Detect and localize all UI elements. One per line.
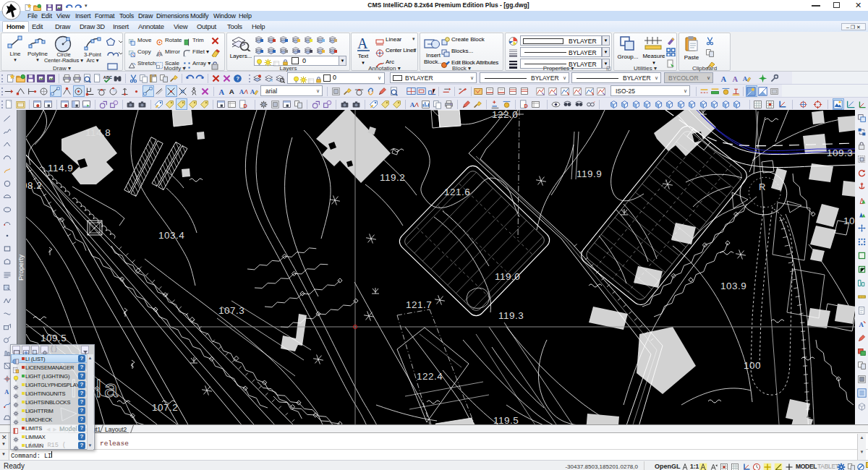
svg-text:A: A: [229, 87, 234, 95]
svg-text:119.5: 119.5: [493, 415, 519, 424]
svg-text:107.3: 107.3: [218, 305, 244, 316]
svg-text:109.5: 109.5: [41, 333, 67, 343]
svg-text:114.9: 114.9: [48, 163, 73, 174]
svg-text:A: A: [250, 88, 255, 95]
svg-text:119.2: 119.2: [380, 172, 405, 183]
svg-text:121.7: 121.7: [406, 299, 432, 310]
svg-text:122.0: 122.0: [492, 110, 518, 120]
svg-text:A: A: [859, 321, 864, 328]
svg-text:A: A: [218, 88, 224, 96]
svg-text:A: A: [357, 35, 368, 51]
svg-text:ABC: ABC: [103, 75, 112, 80]
svg-text:A: A: [410, 101, 415, 108]
svg-text:Property: Property: [17, 255, 25, 281]
svg-text:D: D: [244, 103, 247, 109]
svg-text:A: A: [4, 389, 9, 396]
svg-text:A: A: [732, 75, 738, 83]
svg-text:D: D: [524, 103, 528, 109]
svg-text:107.2: 107.2: [152, 402, 178, 413]
svg-text:121.6: 121.6: [444, 187, 470, 197]
svg-text:103.9: 103.9: [720, 281, 746, 291]
svg-text:10: 10: [843, 215, 855, 226]
svg-text:A: A: [239, 88, 244, 95]
svg-text:109.3: 109.3: [827, 148, 853, 158]
svg-text:103.4: 103.4: [158, 230, 184, 241]
svg-text:R: R: [759, 181, 766, 192]
svg-text:119.9: 119.9: [576, 168, 602, 179]
svg-text:08.2: 08.2: [26, 180, 42, 191]
svg-text:119.3: 119.3: [498, 310, 524, 321]
svg-text:122.4: 122.4: [417, 371, 443, 382]
svg-text:A: A: [743, 75, 748, 82]
svg-text:114.8: 114.8: [85, 127, 111, 138]
svg-text:A: A: [720, 75, 726, 83]
svg-text:100: 100: [744, 360, 761, 371]
svg-text:?: ?: [236, 75, 239, 82]
svg-text:119.0: 119.0: [495, 271, 520, 282]
